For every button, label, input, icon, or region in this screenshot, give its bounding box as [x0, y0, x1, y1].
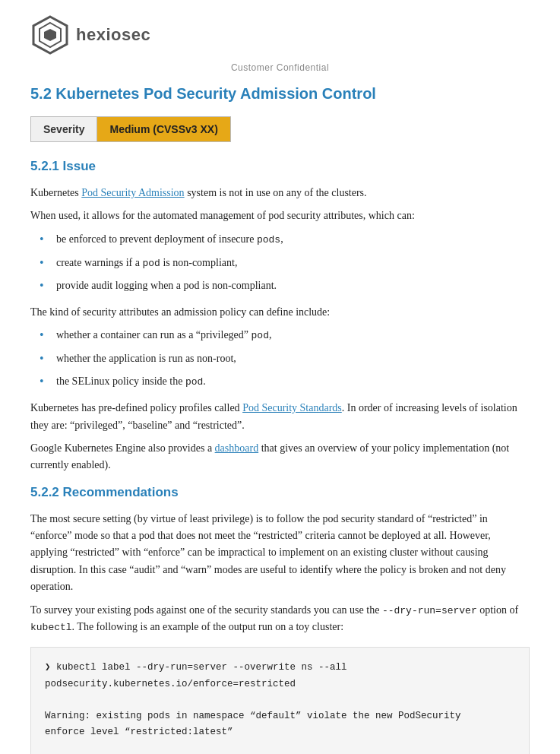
- para6: The most secure setting (by virtue of le…: [30, 511, 530, 596]
- bullet2-item3: the SELinux policy inside the pod.: [53, 373, 530, 391]
- pod-security-standards-link[interactable]: Pod Security Standards: [242, 402, 342, 413]
- code-block: ❯ kubectl label --dry-run=server --overw…: [30, 647, 530, 754]
- severity-table: Severity Medium (CVSSv3 XX): [30, 116, 231, 142]
- confidential-label: Customer Confidential: [30, 62, 530, 73]
- code-prompt: ❯: [45, 662, 51, 673]
- para1-after-link: system is not in use on any of the clust…: [185, 187, 367, 198]
- para1-before-link: Kubernetes: [30, 187, 81, 198]
- para7-code2: kubectl: [30, 622, 72, 633]
- section-title: 5.2 Kubernetes Pod Security Admission Co…: [30, 85, 530, 103]
- para3: The kind of security attributes an admis…: [30, 304, 530, 321]
- para1: Kubernetes Pod Security Admission system…: [30, 185, 530, 201]
- para4-before-link: Kubernetes has pre-defined policy profil…: [30, 402, 242, 413]
- bullet2-item1: whether a container can run as a “privil…: [53, 327, 530, 344]
- bullet2-item2: whether the application is run as non-ro…: [53, 350, 530, 367]
- para5-before-link: Google Kubernetes Engine also provides a: [30, 442, 215, 454]
- para4: Kubernetes has pre-defined policy profil…: [30, 400, 530, 434]
- subsection-issue-title: 5.2.1 Issue: [30, 159, 530, 174]
- hexiosec-logo-icon: [30, 15, 70, 55]
- para5: Google Kubernetes Engine also provides a…: [30, 440, 530, 474]
- pod-security-admission-link[interactable]: Pod Security Admission: [81, 187, 184, 198]
- bullet1-item1: be enforced to prevent deployment of ins…: [53, 231, 530, 249]
- bullet1-item3: provide audit logging when a pod is non-…: [53, 277, 530, 294]
- para7: To survey your existing pods against one…: [30, 602, 530, 637]
- subsection-rec-title: 5.2.2 Recommendations: [30, 485, 530, 500]
- para7-before: To survey your existing pods against one…: [30, 604, 382, 616]
- bullets1: be enforced to prevent deployment of ins…: [53, 231, 530, 295]
- para7-middle: option of: [477, 604, 518, 616]
- logo: hexiosec: [30, 15, 150, 55]
- para2: When used, it allows for the automated m…: [30, 208, 530, 224]
- bullet1-item2: create warnings if a pod is non-complian…: [53, 255, 530, 272]
- para7-code1: --dry-run=server: [382, 605, 477, 616]
- severity-value-cell: Medium (CVSSv3 XX): [97, 117, 230, 142]
- svg-marker-2: [44, 29, 56, 41]
- bullets2: whether a container can run as a “privil…: [53, 327, 530, 391]
- logo-text: hexiosec: [76, 25, 150, 45]
- dashboard-link[interactable]: dashboard: [215, 442, 259, 454]
- para7-after: . The following is an example of the out…: [72, 621, 343, 632]
- header: hexiosec: [30, 15, 530, 55]
- severity-label-cell: Severity: [31, 117, 97, 142]
